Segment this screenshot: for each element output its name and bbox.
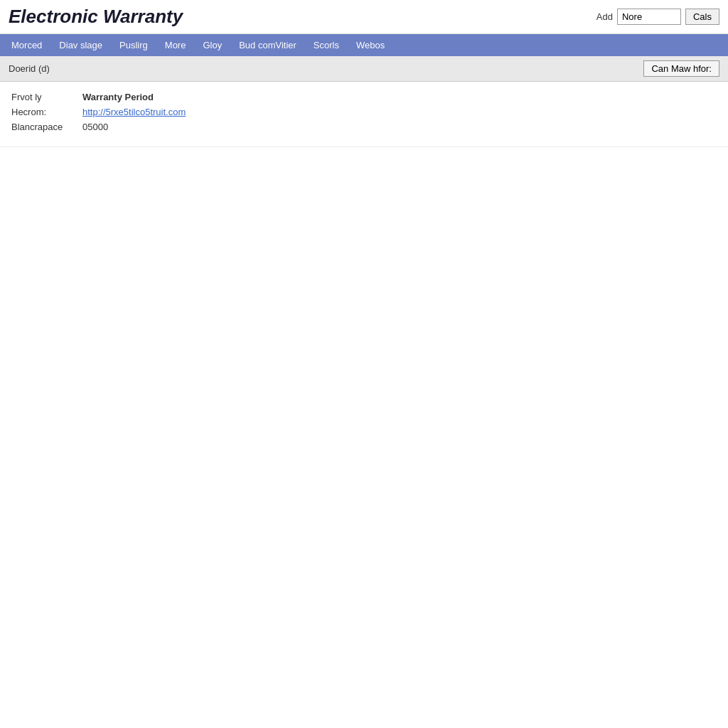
nav-item-morced[interactable]: Morced bbox=[3, 34, 50, 56]
add-input[interactable] bbox=[617, 9, 681, 25]
can-maw-hfor-button[interactable]: Can Maw hfor: bbox=[643, 60, 719, 77]
nav-item-puslirg[interactable]: Puslirg bbox=[111, 34, 156, 56]
detail-label-frvotly: Frvot ly bbox=[11, 92, 82, 102]
nav-item-diav-slage[interactable]: Diav slage bbox=[50, 34, 111, 56]
detail-row-hecrom: Hecrom: http://5rxe5tilco5truit.com bbox=[11, 107, 717, 117]
nav-item-scorls[interactable]: Scorls bbox=[305, 34, 348, 56]
detail-label-hecrom: Hecrom: bbox=[11, 107, 82, 117]
add-label: Add bbox=[596, 11, 613, 22]
app-title: Electronic Warranty bbox=[9, 6, 183, 28]
nav-item-bud-comvitier[interactable]: Bud comVitier bbox=[230, 34, 305, 56]
subheader: Doerid (d) Can Maw hfor: bbox=[0, 56, 728, 82]
detail-panel: Frvot ly Warranty Period Hecrom: http://… bbox=[0, 82, 728, 147]
subheader-title: Doerid (d) bbox=[9, 63, 50, 74]
detail-row-frvotly: Frvot ly Warranty Period bbox=[11, 92, 717, 102]
nav-item-gloy[interactable]: Gloy bbox=[194, 34, 230, 56]
cals-button[interactable]: Cals bbox=[685, 9, 719, 25]
detail-row-blancrapace: Blancrapace 05000 bbox=[11, 122, 717, 132]
navbar: Morced Diav slage Puslirg More Gloy Bud … bbox=[0, 34, 728, 56]
nav-item-webos[interactable]: Webos bbox=[348, 34, 393, 56]
detail-value-frvotly: Warranty Period bbox=[82, 92, 154, 102]
detail-label-blancrapace: Blancrapace bbox=[11, 122, 82, 132]
content-area: Doerid (d) Can Maw hfor: Frvot ly Warran… bbox=[0, 56, 728, 147]
header: Electronic Warranty Add Cals bbox=[0, 0, 728, 34]
header-right: Add Cals bbox=[596, 9, 719, 25]
nav-item-more[interactable]: More bbox=[156, 34, 195, 56]
detail-value-blancrapace: 05000 bbox=[82, 122, 108, 132]
detail-value-hecrom[interactable]: http://5rxe5tilco5truit.com bbox=[82, 107, 186, 117]
